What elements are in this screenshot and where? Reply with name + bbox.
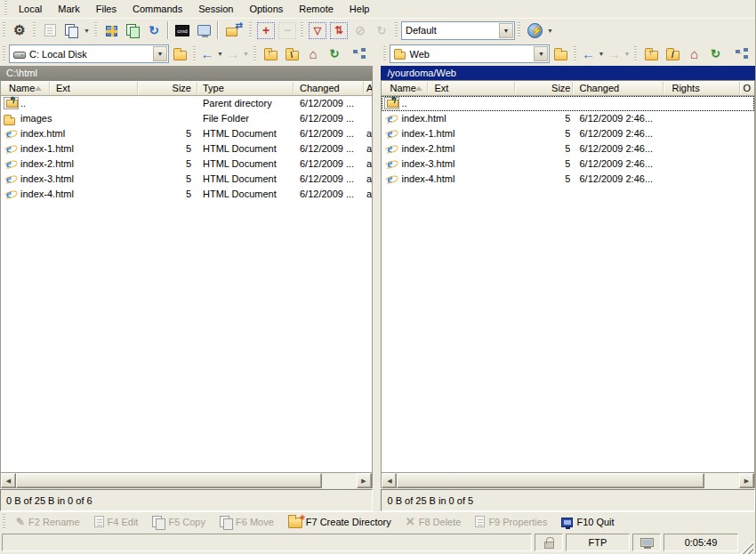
- toolbar-gripper[interactable]: [193, 46, 196, 62]
- column-header-rights[interactable]: Rights: [672, 83, 699, 93]
- transfer-settings-combo[interactable]: Default ▼: [401, 21, 515, 40]
- open-in-putty-button[interactable]: [193, 20, 214, 40]
- f8-delete-button[interactable]: ✕ F8 Delete: [398, 512, 469, 531]
- filter-button[interactable]: ▽: [307, 20, 328, 40]
- back-history-caret[interactable]: ▼: [596, 51, 606, 57]
- toolbar-gripper[interactable]: [395, 22, 398, 38]
- synchronize-button[interactable]: [221, 20, 246, 40]
- column-header-owner[interactable]: O: [743, 83, 751, 93]
- parent-directory-button[interactable]: ↑: [640, 44, 662, 64]
- forward-history-caret[interactable]: ▼: [241, 51, 251, 57]
- column-separator[interactable]: [197, 82, 198, 94]
- column-separator[interactable]: [427, 82, 429, 94]
- resume-button[interactable]: ↻: [371, 20, 392, 40]
- f6-move-button[interactable]: F6 Move: [213, 512, 281, 531]
- column-header-size[interactable]: Size: [513, 83, 570, 93]
- column-header-changed[interactable]: Changed: [300, 83, 340, 93]
- select-add-button[interactable]: +: [255, 20, 277, 40]
- select-remove-button[interactable]: −: [277, 20, 298, 40]
- column-separator[interactable]: [363, 82, 365, 94]
- column-header-attr[interactable]: A: [366, 83, 373, 93]
- table-row[interactable]: index.html 5 6/12/2009 2:46...: [382, 111, 754, 126]
- root-directory-button[interactable]: /: [662, 44, 683, 64]
- table-row[interactable]: index-1.html 5 6/12/2009 2:46...: [382, 126, 754, 141]
- menu-remote[interactable]: Remote: [291, 1, 342, 17]
- f10-quit-button[interactable]: F10 Quit: [554, 512, 621, 531]
- refresh-directory-button[interactable]: ↻: [324, 44, 345, 64]
- table-row[interactable]: index-4.html 5 HTML Document 6/12/2009 .…: [1, 187, 372, 202]
- refresh-directory-button[interactable]: ↻: [704, 44, 726, 64]
- transfer-mode-caret[interactable]: ▼: [545, 28, 555, 34]
- f5-copy-button[interactable]: F5 Copy: [145, 512, 213, 531]
- session-log-button[interactable]: [39, 20, 60, 40]
- menu-options[interactable]: Options: [241, 1, 291, 17]
- scroll-track[interactable]: [704, 473, 739, 488]
- column-header-changed[interactable]: Changed: [579, 83, 619, 93]
- console-button[interactable]: cmd: [172, 20, 193, 40]
- remote-directory-combo[interactable]: Web ▼: [390, 44, 550, 63]
- menubar-gripper[interactable]: [4, 1, 7, 17]
- f4-edit-button[interactable]: F4 Edit: [87, 512, 146, 531]
- column-separator[interactable]: [49, 82, 51, 94]
- drive-combo[interactable]: C: Local Disk ▼: [9, 44, 169, 63]
- root-directory-button[interactable]: \: [281, 44, 302, 64]
- open-directory-button[interactable]: [550, 44, 571, 64]
- table-row[interactable]: index-3.html 5 HTML Document 6/12/2009 .…: [1, 172, 372, 187]
- remote-horizontal-scrollbar[interactable]: ◀ ▶: [381, 473, 755, 488]
- table-row[interactable]: index-3.html 5 6/12/2009 2:46...: [382, 157, 754, 172]
- back-button[interactable]: ←: [199, 44, 215, 64]
- f2-rename-button[interactable]: ✎ F2 Rename: [9, 512, 87, 531]
- home-directory-button[interactable]: ⌂: [302, 44, 324, 64]
- column-header-ext[interactable]: Ext: [56, 83, 70, 93]
- toolbar-gripper[interactable]: [634, 46, 637, 62]
- table-row[interactable]: index.html 5 HTML Document 6/12/2009 ...…: [1, 126, 372, 141]
- resize-grip[interactable]: [741, 536, 753, 554]
- toolbar-gripper[interactable]: [94, 22, 97, 38]
- column-header-ext[interactable]: Ext: [434, 83, 448, 93]
- panel-divider[interactable]: [373, 66, 382, 511]
- tree-view-button[interactable]: [732, 44, 753, 64]
- chevron-down-icon[interactable]: ▼: [499, 23, 513, 38]
- menu-session[interactable]: Session: [190, 1, 241, 17]
- table-row[interactable]: images File Folder 6/12/2009 ...: [1, 111, 372, 126]
- scroll-left-arrow[interactable]: ◀: [382, 473, 397, 488]
- duplicate-session-button[interactable]: [122, 20, 143, 40]
- compare-directories-button[interactable]: ⇅: [328, 20, 350, 40]
- stored-sessions-caret[interactable]: ▼: [82, 28, 92, 34]
- refresh-session-button[interactable]: ↻: [143, 20, 165, 40]
- back-history-caret[interactable]: ▼: [215, 51, 225, 57]
- forward-history-caret[interactable]: ▼: [622, 51, 631, 57]
- toolbar-gripper[interactable]: [574, 46, 576, 62]
- toolbar-gripper[interactable]: [3, 46, 5, 62]
- transfer-mode-button[interactable]: [524, 20, 545, 40]
- home-directory-button[interactable]: ⌂: [683, 44, 704, 64]
- toolbar-gripper[interactable]: [33, 22, 36, 38]
- menu-files[interactable]: Files: [88, 1, 125, 17]
- table-row[interactable]: .. Parent directory 6/12/2009 ...: [1, 96, 372, 111]
- chevron-down-icon[interactable]: ▼: [534, 46, 548, 61]
- menu-help[interactable]: Help: [342, 1, 378, 17]
- scroll-left-arrow[interactable]: ◀: [1, 473, 16, 488]
- open-directory-button[interactable]: [169, 44, 190, 64]
- preferences-button[interactable]: ⚙: [9, 20, 30, 40]
- column-separator[interactable]: [739, 82, 741, 94]
- f7-create-directory-button[interactable]: F7 Create Directory: [281, 512, 398, 531]
- column-separator[interactable]: [293, 82, 294, 94]
- local-horizontal-scrollbar[interactable]: ◀ ▶: [0, 473, 373, 488]
- column-separator[interactable]: [572, 82, 574, 94]
- toolbar-gripper[interactable]: [249, 22, 252, 38]
- table-row[interactable]: index-4.html 5 6/12/2009 2:46...: [382, 172, 754, 187]
- table-row[interactable]: ..: [382, 96, 754, 111]
- toolbar-gripper[interactable]: [301, 22, 303, 38]
- menu-commands[interactable]: Commands: [125, 1, 190, 17]
- forward-button[interactable]: →: [606, 44, 622, 64]
- column-header-type[interactable]: Type: [203, 83, 224, 93]
- menu-local[interactable]: Local: [11, 1, 50, 17]
- abort-button[interactable]: ⊘: [350, 20, 371, 40]
- toolbar-gripper[interactable]: [383, 46, 386, 62]
- table-row[interactable]: index-2.html 5 6/12/2009 2:46...: [382, 141, 754, 157]
- chevron-down-icon[interactable]: ▼: [153, 46, 167, 61]
- tree-view-button[interactable]: [350, 44, 371, 64]
- toolbar-gripper[interactable]: [253, 46, 256, 62]
- toolbar-gripper[interactable]: [518, 22, 520, 38]
